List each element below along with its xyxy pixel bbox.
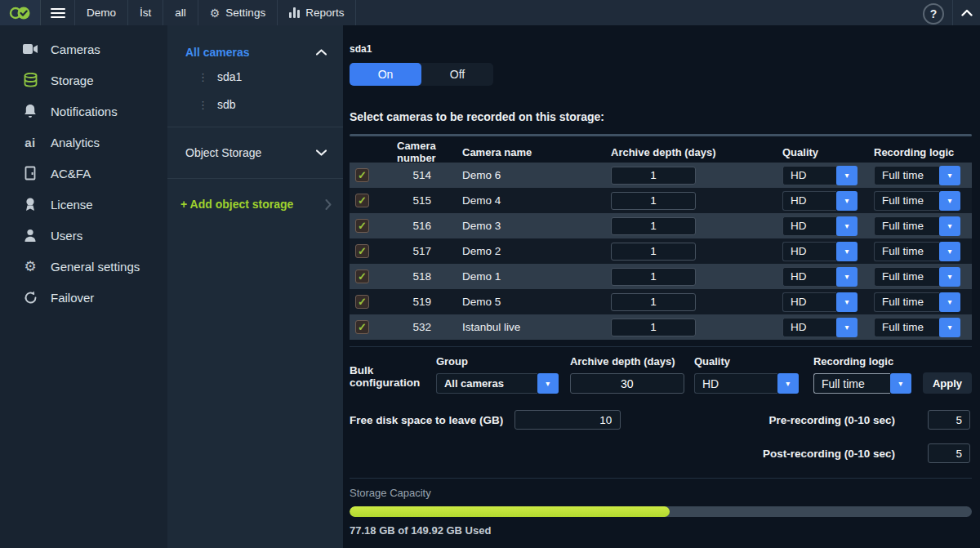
sidebar-item-cameras[interactable]: Cameras: [0, 33, 167, 65]
bulk-archive-input[interactable]: [570, 373, 684, 394]
bulk-configuration-section: Bulk configuration Group All cameras ▾ A…: [350, 346, 972, 394]
archive-depth-input[interactable]: [611, 243, 696, 261]
logo-icon: [8, 5, 33, 21]
tree-group-all-cameras[interactable]: All cameras: [167, 42, 343, 63]
bulk-group-dropdown[interactable]: All cameras ▾: [436, 373, 559, 394]
camera-checkbox[interactable]: ✓: [355, 295, 369, 309]
camera-checkbox[interactable]: ✓: [355, 244, 369, 258]
recording-logic-dropdown[interactable]: Full time▾: [874, 292, 960, 312]
sidebar-item-storage[interactable]: Storage: [0, 65, 167, 96]
tree-group-object-storage[interactable]: Object Storage: [167, 136, 343, 170]
sidebar-item-notifications[interactable]: Notifications: [0, 96, 167, 127]
camera-checkbox[interactable]: ✓: [355, 270, 369, 283]
quality-dropdown[interactable]: HD▾: [782, 216, 858, 236]
tab-settings[interactable]: ⚙ Settings: [198, 0, 278, 25]
sidebar-item-analytics[interactable]: aiAnalytics: [0, 127, 167, 158]
post-recording-input[interactable]: [928, 443, 970, 463]
chevron-down-icon: ▾: [836, 166, 858, 185]
chevron-down-icon: ▾: [939, 191, 960, 211]
quality-dropdown[interactable]: HD▾: [782, 267, 858, 287]
camera-number: 518: [379, 270, 461, 283]
camera-name: Istanbul live: [461, 321, 611, 333]
drag-handle-icon[interactable]: ⋮: [198, 72, 208, 82]
archive-depth-input[interactable]: [611, 217, 696, 235]
sidebar-item-users[interactable]: Users: [0, 220, 167, 251]
quality-value: HD: [782, 191, 836, 211]
archive-depth-input[interactable]: [611, 192, 696, 210]
quality-dropdown[interactable]: HD▾: [782, 191, 858, 211]
tab-reports[interactable]: Reports: [278, 0, 356, 25]
quality-value: HD: [782, 216, 836, 236]
pre-recording-input[interactable]: [928, 410, 970, 430]
recording-logic-dropdown[interactable]: Full time▾: [874, 216, 960, 236]
bulk-quality-dropdown[interactable]: HD ▾: [694, 373, 799, 394]
chevron-up-icon[interactable]: [952, 0, 980, 25]
badge-icon: [22, 196, 38, 212]
camera-checkbox[interactable]: ✓: [355, 168, 369, 182]
sidebar-item-failover[interactable]: Failover: [0, 282, 167, 313]
chevron-down-icon: ▾: [939, 216, 960, 236]
sidebar-item-license[interactable]: License: [0, 189, 167, 220]
camera-checkbox[interactable]: ✓: [355, 219, 369, 233]
camera-checkbox[interactable]: ✓: [355, 320, 369, 334]
tab-settings-label: Settings: [225, 7, 265, 19]
recording-logic-value: Full time: [874, 292, 939, 312]
quality-dropdown[interactable]: HD▾: [782, 292, 858, 312]
sidebar-item-general-settings[interactable]: ⚙General settings: [0, 251, 167, 282]
sidebar-item-label: License: [51, 198, 93, 212]
header-quality: Quality: [782, 146, 874, 158]
camera-number: 517: [379, 245, 461, 257]
topbar-spacer: [356, 0, 923, 25]
camera-row-516: ✓516Demo 3HD▾Full time▾: [350, 213, 972, 238]
recording-logic-dropdown[interactable]: Full time▾: [874, 267, 960, 287]
gear-icon: ⚙: [210, 7, 220, 20]
tab-all[interactable]: all: [163, 0, 198, 25]
bulk-group-value: All cameras: [436, 373, 537, 394]
recording-logic-dropdown[interactable]: Full time▾: [874, 191, 960, 211]
bulk-configuration-label: Bulk configuration: [350, 364, 436, 394]
capacity-progress-fill: [350, 506, 670, 517]
tree-item-sdb[interactable]: ⋮sdb: [167, 91, 343, 118]
ai-icon: ai: [22, 134, 38, 150]
table-header-row: Camera number Camera name Archive depth …: [350, 140, 972, 163]
horizontal-scrollbar[interactable]: [350, 134, 972, 136]
app-logo[interactable]: [0, 0, 41, 25]
help-button[interactable]: ?: [923, 3, 944, 25]
archive-depth-input[interactable]: [611, 167, 696, 185]
recording-logic-dropdown[interactable]: Full time▾: [874, 166, 960, 185]
drag-handle-icon[interactable]: ⋮: [198, 100, 208, 110]
post-recording-label: Post-recording (0-10 sec): [763, 448, 895, 460]
archive-depth-input[interactable]: [611, 293, 696, 311]
recording-logic-dropdown[interactable]: Full time▾: [874, 318, 960, 337]
toggle-off-button[interactable]: Off: [421, 63, 493, 86]
quality-dropdown[interactable]: HD▾: [782, 166, 858, 185]
bulk-archive-label: Archive depth (days): [570, 355, 684, 368]
add-object-storage-button[interactable]: + Add object storage: [167, 187, 343, 221]
tab-demo[interactable]: Demo: [75, 0, 128, 25]
recording-logic-dropdown[interactable]: Full time▾: [874, 242, 960, 261]
camera-row-518: ✓518Demo 1HD▾Full time▾: [350, 264, 972, 289]
header-camera-number: Camera number: [379, 140, 461, 164]
bulk-quality-label: Quality: [694, 355, 799, 368]
archive-depth-input[interactable]: [611, 268, 696, 286]
tab-reports-label: Reports: [305, 7, 344, 19]
quality-dropdown[interactable]: HD▾: [782, 318, 858, 337]
quality-value: HD: [782, 242, 836, 261]
tree-item-sda1[interactable]: ⋮sda1: [167, 63, 343, 91]
storage-capacity-label: Storage Capacity: [350, 487, 972, 499]
sidebar-item-label: Cameras: [51, 42, 100, 56]
tab-i̇st[interactable]: İst: [128, 0, 163, 25]
free-disk-input[interactable]: [514, 410, 621, 430]
sidebar-item-ac-fa[interactable]: AC&FA: [0, 158, 167, 189]
quality-value: HD: [782, 318, 836, 337]
menu-icon[interactable]: [41, 0, 75, 25]
toggle-on-button[interactable]: On: [350, 63, 421, 86]
chevron-down-icon: ▾: [537, 373, 559, 394]
bulk-logic-dropdown[interactable]: Full time ▾: [813, 373, 911, 394]
quality-dropdown[interactable]: HD▾: [782, 242, 858, 261]
archive-depth-input[interactable]: [611, 319, 696, 336]
quality-value: HD: [782, 166, 836, 185]
chevron-down-icon: ▾: [836, 191, 858, 211]
camera-checkbox[interactable]: ✓: [355, 194, 369, 207]
apply-button[interactable]: Apply: [923, 372, 972, 394]
